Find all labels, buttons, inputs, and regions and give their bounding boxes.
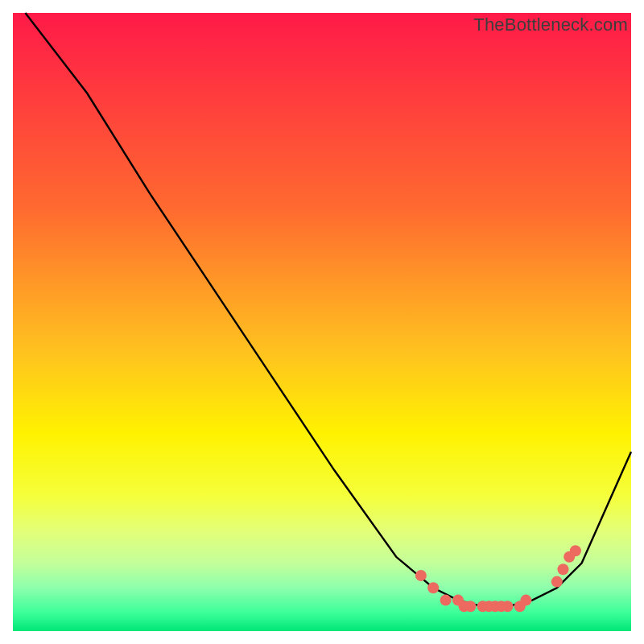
data-dot (502, 601, 513, 612)
chart-frame: TheBottleneck.com (13, 13, 631, 631)
curve-line (25, 13, 631, 606)
data-dot (464, 601, 476, 612)
chart-svg (13, 13, 631, 631)
data-dot (427, 582, 439, 593)
data-dot (551, 576, 563, 588)
curve-dots (415, 545, 581, 612)
data-dot (440, 595, 452, 606)
watermark-text: TheBottleneck.com (473, 13, 631, 35)
data-dot (415, 570, 427, 581)
data-dot (570, 545, 581, 556)
data-dot (558, 564, 569, 575)
data-dot (520, 595, 531, 606)
